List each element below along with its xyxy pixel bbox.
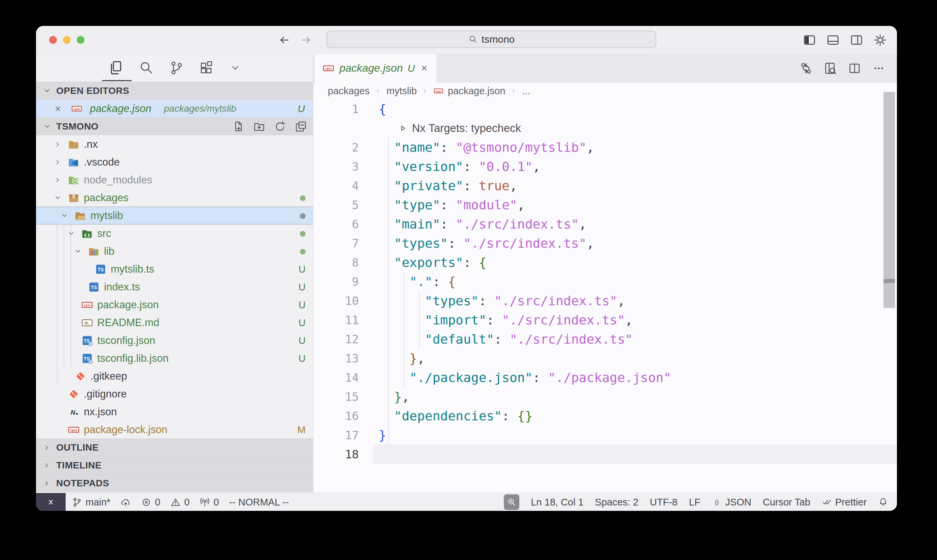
chevron-down-icon[interactable] bbox=[54, 194, 62, 202]
breadcrumb-item[interactable]: ... bbox=[522, 86, 530, 97]
statusbar-git-branch[interactable]: main* bbox=[72, 497, 111, 508]
code-line-2[interactable]: 2 "name": "@tsmono/mytslib", bbox=[313, 138, 897, 157]
code-line-5[interactable]: 5 "type": "module", bbox=[313, 195, 897, 214]
new-file-icon[interactable] bbox=[232, 120, 245, 132]
activity-source-control-icon[interactable] bbox=[169, 60, 184, 76]
split-editor-icon[interactable] bbox=[848, 62, 861, 75]
tree-item--gitkeep[interactable]: .gitkeep bbox=[36, 367, 313, 385]
panel-right-icon[interactable] bbox=[850, 33, 863, 47]
collapse-all-icon[interactable] bbox=[295, 120, 307, 132]
tree-item-packages[interactable]: packages bbox=[36, 189, 313, 207]
tree-item-node-modules[interactable]: JSnode_modules bbox=[36, 171, 313, 189]
statusbar-warnings[interactable]: 0 bbox=[170, 497, 189, 508]
tree-item-tsconfig-json[interactable]: TStsconfig.jsonU bbox=[36, 331, 313, 349]
active-view-underline bbox=[102, 80, 132, 81]
remote-indicator[interactable] bbox=[36, 493, 66, 511]
statusbar-publish-changes[interactable] bbox=[120, 497, 131, 508]
activity-extensions-icon[interactable] bbox=[199, 60, 214, 76]
code-line-1[interactable]: 1{ bbox=[313, 99, 897, 118]
navigate-back-button[interactable] bbox=[278, 34, 291, 46]
command-center-search[interactable]: tsmono bbox=[326, 31, 656, 48]
codelens-label[interactable]: Nx Targets: typecheck bbox=[412, 122, 521, 135]
tree-item-nx-json[interactable]: Nnx.json bbox=[36, 403, 313, 421]
statusbar-ports[interactable]: 0 bbox=[200, 497, 219, 508]
statusbar-notifications[interactable] bbox=[878, 497, 888, 507]
statusbar-eol[interactable]: LF bbox=[689, 497, 700, 508]
close-editor-icon[interactable] bbox=[54, 104, 62, 113]
open-editor-item[interactable]: npm package.json packages/mytslib U bbox=[36, 100, 313, 117]
statusbar-cursor-position[interactable]: Ln 18, Col 1 bbox=[531, 497, 583, 508]
close-tab-icon[interactable] bbox=[420, 64, 429, 73]
chevron-down-icon[interactable] bbox=[67, 229, 75, 238]
new-folder-icon[interactable] bbox=[253, 120, 265, 132]
section-header-notepads[interactable]: NOTEPADS bbox=[36, 474, 313, 492]
activity-explorer-icon[interactable] bbox=[108, 60, 123, 76]
compare-changes-icon[interactable] bbox=[799, 62, 813, 75]
breadcrumb-item[interactable]: packages bbox=[328, 86, 369, 97]
tab-package-json[interactable]: npm package.json U bbox=[314, 54, 437, 82]
tree-item-src[interactable]: src bbox=[36, 225, 313, 242]
refresh-icon[interactable] bbox=[274, 120, 286, 132]
statusbar-indentation[interactable]: Spaces: 2 bbox=[595, 497, 639, 508]
code-line-15[interactable]: 15 }, bbox=[313, 387, 897, 406]
chevron-right-icon[interactable] bbox=[54, 158, 62, 166]
run-target-icon[interactable] bbox=[398, 123, 408, 133]
zoom-window-button[interactable] bbox=[77, 36, 85, 44]
chevron-right-icon bbox=[43, 479, 51, 487]
statusbar-language-mode[interactable]: {}JSON bbox=[712, 497, 751, 508]
breadcrumb-item[interactable]: npmpackage.json bbox=[434, 86, 505, 97]
code-line-16[interactable]: 16 "dependencies": {} bbox=[313, 406, 897, 425]
breadcrumb-item[interactable]: mytslib bbox=[386, 86, 417, 97]
more-actions-icon[interactable] bbox=[872, 62, 886, 75]
code-line-10[interactable]: 10 "types": "./src/index.ts", bbox=[313, 291, 897, 310]
tree-item--nx[interactable]: .nx bbox=[36, 135, 313, 153]
tree-item-package-lock-json[interactable]: npmpackage-lock.jsonM bbox=[36, 421, 313, 438]
activity-search-icon[interactable] bbox=[138, 60, 154, 76]
tree-item-lib[interactable]: lib bbox=[36, 242, 313, 260]
tree-item--gitignore[interactable]: .gitignore bbox=[36, 385, 313, 403]
code-line-7[interactable]: 7 "types": "./src/index.ts", bbox=[313, 234, 897, 253]
panel-left-icon[interactable] bbox=[803, 33, 816, 47]
navigate-forward-button[interactable] bbox=[300, 34, 313, 46]
open-preview-icon[interactable] bbox=[823, 62, 837, 75]
activity-more-icon[interactable] bbox=[229, 62, 241, 74]
minimize-window-button[interactable] bbox=[63, 36, 71, 44]
chevron-down-icon[interactable] bbox=[74, 247, 82, 255]
code-line-9[interactable]: 9 ".": { bbox=[313, 272, 897, 291]
chevron-right-icon[interactable] bbox=[54, 176, 62, 184]
panel-bottom-icon[interactable] bbox=[826, 33, 840, 47]
tree-item-tsconfig-lib-json[interactable]: TStsconfig.lib.jsonU bbox=[36, 349, 313, 367]
code-line-14[interactable]: 14 "./package.json": "./package.json" bbox=[313, 368, 897, 387]
tree-item-mytslib-ts[interactable]: TSmytslib.tsU bbox=[36, 260, 313, 278]
code-line-12[interactable]: 12 "default": "./src/index.ts" bbox=[313, 329, 897, 349]
code-editor[interactable]: 1{Nx Targets: typecheck2 "name": "@tsmon… bbox=[313, 99, 897, 493]
workspace-header[interactable]: TSMONO bbox=[36, 117, 313, 135]
statusbar-errors[interactable]: 0 bbox=[141, 497, 160, 508]
section-header-timeline[interactable]: TIMELINE bbox=[36, 456, 313, 474]
code-line-18[interactable]: 18 bbox=[313, 445, 897, 464]
tree-item-index-ts[interactable]: TSindex.tsU bbox=[36, 278, 313, 296]
statusbar-formatter[interactable]: Prettier bbox=[822, 497, 867, 508]
code-line-4[interactable]: 4 "private": true, bbox=[313, 176, 897, 195]
tree-item-package-json[interactable]: npmpackage.jsonU bbox=[36, 296, 313, 314]
tree-item-mytslib[interactable]: mytslib bbox=[36, 207, 313, 225]
code-line-13[interactable]: 13 }, bbox=[313, 349, 897, 368]
gear-icon[interactable] bbox=[873, 33, 887, 47]
chevron-right-icon[interactable] bbox=[54, 140, 62, 148]
chevron-down-icon[interactable] bbox=[60, 211, 69, 220]
statusbar-encoding[interactable]: UTF-8 bbox=[650, 497, 677, 508]
statusbar-vim-mode[interactable]: -- NORMAL -- bbox=[229, 497, 289, 508]
code-line-8[interactable]: 8 "exports": { bbox=[313, 253, 897, 272]
code-line-3[interactable]: 3 "version": "0.0.1", bbox=[313, 157, 897, 176]
editor-scrollbar[interactable] bbox=[883, 92, 895, 308]
close-window-button[interactable] bbox=[49, 36, 57, 44]
code-line-17[interactable]: 17} bbox=[313, 425, 897, 445]
tree-item--vscode[interactable]: .vscode bbox=[36, 153, 313, 171]
code-line-11[interactable]: 11 "import": "./src/index.ts", bbox=[313, 310, 897, 329]
open-editors-header[interactable]: OPEN EDITORS bbox=[36, 82, 313, 100]
statusbar-cursor-tab[interactable]: Cursor Tab bbox=[763, 497, 810, 508]
section-header-outline[interactable]: OUTLINE bbox=[36, 438, 313, 456]
tree-item-readme-md[interactable]: M↓README.mdU bbox=[36, 314, 313, 331]
statusbar-screencast-zoom[interactable] bbox=[504, 494, 519, 510]
code-line-6[interactable]: 6 "main": "./src/index.ts", bbox=[313, 214, 897, 234]
